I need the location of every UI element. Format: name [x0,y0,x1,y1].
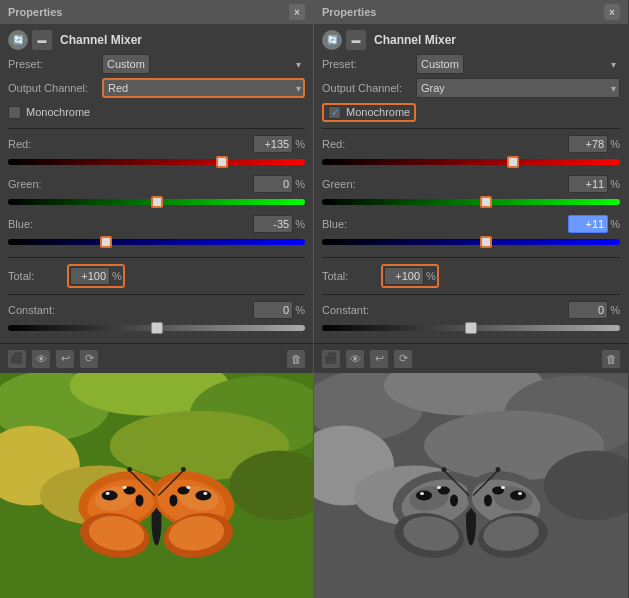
left-blue-thumb[interactable] [100,236,112,248]
right-blue-track[interactable] [322,239,620,245]
left-red-thumb[interactable] [216,156,228,168]
svg-point-14 [136,494,144,506]
left-footer-icon5[interactable]: 🗑 [287,350,305,368]
right-panel-controls: 🔄 ▬ Channel Mixer Preset: Custom Output … [314,24,628,343]
svg-point-56 [518,492,522,495]
right-total-row: Total: % [322,264,620,288]
right-red-slider-header: Red: % [322,135,620,153]
right-red-track-container [322,155,620,169]
right-footer-icon5[interactable]: 🗑 [602,350,620,368]
right-divider1 [322,128,620,129]
left-green-track[interactable] [8,199,305,205]
right-footer-icon1[interactable]: ⬛ [322,350,340,368]
left-green-value-group: % [253,175,305,193]
left-output-channel-row: Output Channel: Red [8,78,305,98]
left-total-value[interactable] [70,267,110,285]
left-divider1 [8,128,305,129]
left-preset-select[interactable]: Custom [102,54,150,74]
left-monochrome-text: Monochrome [26,106,90,118]
left-monochrome-checkbox[interactable] [8,106,21,119]
right-constant-slider-row: Constant: % [322,301,620,335]
right-blue-value[interactable] [568,215,608,233]
right-mixer-icon[interactable]: 🔄 [322,30,342,50]
left-preset-label: Preset: [8,58,98,70]
left-green-track-container [8,195,305,209]
svg-point-31 [127,467,132,472]
left-constant-value[interactable] [253,301,293,319]
svg-point-49 [437,486,441,489]
left-red-label: Red: [8,138,58,150]
right-constant-track[interactable] [322,325,620,331]
right-constant-value[interactable] [568,301,608,319]
right-panel: Properties × 🔄 ▬ Channel Mixer Preset: C… [314,0,628,598]
left-red-slider-header: Red: % [8,135,305,153]
right-constant-thumb[interactable] [465,322,477,334]
right-red-pct: % [610,138,620,150]
svg-point-23 [203,492,207,495]
right-blue-value-group: % [568,215,620,233]
right-blue-thumb[interactable] [480,236,492,248]
left-constant-slider-header: Constant: % [8,301,305,319]
right-butterfly-svg [314,373,628,598]
left-blue-label: Blue: [8,218,58,230]
right-preset-select[interactable]: Custom [416,54,464,74]
left-constant-track[interactable] [8,325,305,331]
right-green-value-group: % [568,175,620,193]
left-footer-icon4[interactable]: ⟳ [80,350,98,368]
right-red-value[interactable] [568,135,608,153]
svg-point-32 [181,467,186,472]
right-footer-icon3[interactable]: ↩ [370,350,388,368]
right-blue-slider-row: Blue: % [322,215,620,249]
svg-point-64 [442,467,447,472]
right-blue-label: Blue: [322,218,372,230]
left-mixer-icon[interactable]: 🔄 [8,30,28,50]
left-output-channel-select[interactable]: Red [102,78,305,98]
right-total-label: Total: [322,270,377,282]
left-footer-icon3[interactable]: ↩ [56,350,74,368]
left-red-value[interactable] [253,135,293,153]
left-mixer-header-row: 🔄 ▬ Channel Mixer [8,30,305,50]
left-green-slider-row: Green: % [8,175,305,209]
left-red-track[interactable] [8,159,305,165]
left-green-label: Green: [8,178,58,190]
left-header-icons: × [289,4,305,20]
left-green-value[interactable] [253,175,293,193]
right-total-value[interactable] [384,267,424,285]
right-green-thumb[interactable] [480,196,492,208]
right-output-channel-select[interactable]: Gray [416,78,620,98]
right-footer-icon2[interactable]: 👁 [346,350,364,368]
right-red-thumb[interactable] [507,156,519,168]
right-green-track[interactable] [322,199,620,205]
svg-point-57 [501,486,505,489]
left-red-value-group: % [253,135,305,153]
right-constant-label: Constant: [322,304,372,316]
right-mixer-icon2[interactable]: ▬ [346,30,366,50]
left-red-pct: % [295,138,305,150]
svg-point-47 [450,495,458,507]
right-panel-title: Properties [322,6,376,18]
right-monochrome-label[interactable]: Monochrome [322,103,416,122]
left-monochrome-label[interactable]: Monochrome [8,106,90,119]
left-preset-row: Preset: Custom [8,54,305,74]
right-divider3 [322,294,620,295]
right-close-icon[interactable]: × [604,4,620,20]
left-footer-icon2[interactable]: 👁 [32,350,50,368]
left-blue-track[interactable] [8,239,305,245]
left-divider2 [8,257,305,258]
left-close-icon[interactable]: × [289,4,305,20]
svg-point-15 [106,492,110,495]
left-blue-value[interactable] [253,215,293,233]
left-constant-label: Constant: [8,304,58,316]
svg-point-65 [496,467,501,472]
svg-point-22 [169,494,177,506]
left-green-slider-header: Green: % [8,175,305,193]
left-mixer-icon2[interactable]: ▬ [32,30,52,50]
right-monochrome-checkbox[interactable] [328,106,341,119]
left-constant-thumb[interactable] [151,322,163,334]
right-footer-icon4[interactable]: ⟳ [394,350,412,368]
left-footer-icon1[interactable]: ⬛ [8,350,26,368]
left-green-thumb[interactable] [151,196,163,208]
right-red-track[interactable] [322,159,620,165]
right-green-pct: % [610,178,620,190]
right-green-value[interactable] [568,175,608,193]
